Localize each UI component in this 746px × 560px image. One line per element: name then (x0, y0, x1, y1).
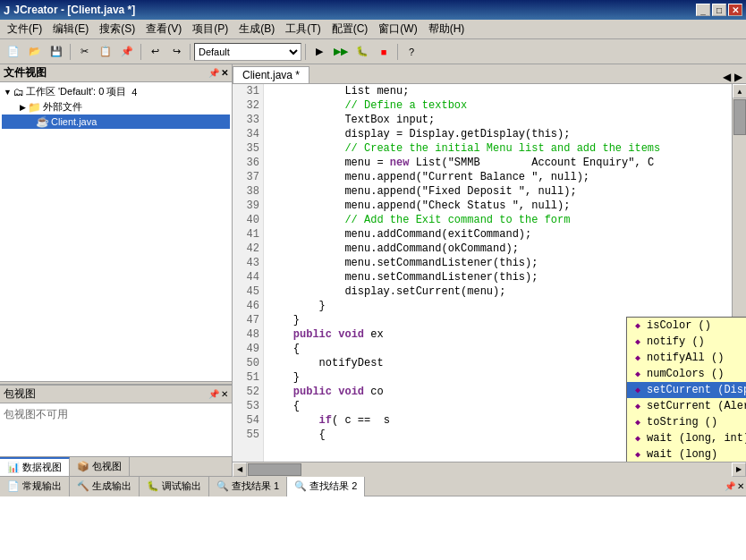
external-files-item[interactable]: ▶ 📁 外部文件 (2, 99, 230, 115)
hscroll-left-button[interactable]: ◀ (233, 462, 247, 477)
menu-help[interactable]: 帮助(H) (423, 20, 470, 38)
menu-configure[interactable]: 配置(C) (326, 20, 374, 38)
code-line[interactable]: menu.setCommandListener(this); (267, 256, 728, 270)
package-view-icon: 📦 (77, 461, 89, 472)
code-line[interactable]: // Define a textbox (267, 98, 728, 113)
external-files-label: 外部文件 (43, 100, 82, 114)
code-line[interactable]: menu.addCommand(exitCommand); (267, 227, 728, 242)
client-java-item[interactable]: ☕ Client.java (2, 115, 230, 129)
general-output-label: 常规输出 (22, 479, 62, 493)
hscroll-right-button[interactable]: ▶ (732, 462, 746, 477)
scroll-thumb[interactable] (733, 99, 746, 135)
file-panel-header: 文件视图 📌 ✕ (0, 64, 232, 82)
autocomplete-item[interactable]: ◆ toString () String (627, 414, 746, 430)
menu-build[interactable]: 生成(B) (233, 20, 280, 38)
menu-edit[interactable]: 编辑(E) (47, 20, 94, 38)
tab-package-view[interactable]: 📦 包视图 (70, 457, 130, 476)
package-panel-header: 包视图 📌 ✕ (0, 386, 232, 403)
autocomplete-item[interactable]: ◆ notifyAll () void (627, 350, 746, 366)
autocomplete-item[interactable]: ◆ wait (long) void (627, 446, 746, 462)
tab-general-output[interactable]: 📄 常规输出 (0, 477, 70, 496)
tab-debug-output[interactable]: 🐛 调试输出 (140, 477, 209, 496)
autocomplete-item[interactable]: ◆ setCurrent (Displayable) void (627, 382, 746, 398)
line-number: 35 (233, 141, 263, 156)
copy-button[interactable]: 📋 (96, 42, 115, 62)
save-button[interactable]: 💾 (47, 42, 66, 62)
menu-file[interactable]: 文件(F) (2, 20, 47, 38)
pkg-close-icon[interactable]: ✕ (221, 389, 228, 399)
bottom-panel-close-icon[interactable]: ✕ (737, 481, 744, 491)
tab-prev-icon[interactable]: ◀ (723, 71, 731, 83)
tab-find-results-2[interactable]: 🔍 查找结果 2 (287, 477, 365, 496)
code-editor[interactable]: 3132333435363738394041424344454647484950… (233, 84, 746, 462)
line-number: 55 (233, 428, 263, 442)
code-line[interactable]: menu.setCommandListener(this); (267, 270, 728, 284)
pkg-lock-icon[interactable]: 📌 (208, 389, 219, 399)
menu-tools[interactable]: 工具(T) (280, 20, 326, 38)
code-line[interactable]: // Add the Exit command to the form (267, 213, 728, 227)
close-button[interactable]: ✕ (728, 4, 742, 16)
line-number: 40 (233, 213, 263, 227)
titlebar-controls[interactable]: _ □ ✕ (696, 4, 742, 16)
minimize-button[interactable]: _ (696, 4, 710, 16)
bottom-panel-lock-icon[interactable]: 📌 (725, 481, 735, 491)
code-line[interactable]: menu.append("Fixed Deposit ", null); (267, 184, 728, 199)
build-output-label: 生成输出 (92, 479, 131, 493)
tab-client-java[interactable]: Client.java * (233, 66, 309, 83)
main-layout: 文件视图 📌 ✕ ▼ 🗂 工作区 'Default': 0 项目 4 ▶ 📁 外… (0, 64, 746, 476)
code-line[interactable]: display.setCurrent(menu); (267, 284, 728, 299)
restore-button[interactable]: □ (712, 4, 726, 16)
paste-button[interactable]: 📌 (117, 42, 137, 62)
titlebar-title: JCreator - [Client.java *] (13, 4, 135, 16)
autocomplete-popup[interactable]: ◆ isColor () boolean ◆ notify () void ◆ … (626, 317, 746, 462)
build-button[interactable]: ▶ (309, 42, 329, 62)
titlebar-left: J JCreator - [Client.java *] (4, 4, 135, 17)
autocomplete-item[interactable]: ◆ setCurrent (Alert, Displayable) void (627, 398, 746, 414)
panel-close-icon[interactable]: ✕ (221, 68, 228, 78)
workspace-item[interactable]: ▼ 🗂 工作区 'Default': 0 项目 4 (2, 84, 230, 99)
line-number: 34 (233, 127, 263, 141)
stop-button[interactable]: ■ (374, 42, 394, 62)
menu-search[interactable]: 搜索(S) (94, 20, 140, 38)
code-line[interactable]: // Create the initial Menu list and add … (267, 141, 728, 156)
autocomplete-item[interactable]: ◆ wait (long, int) void (627, 430, 746, 446)
code-line[interactable]: } (267, 299, 728, 313)
autocomplete-item[interactable]: ◆ numColors () int (627, 366, 746, 382)
new-button[interactable]: 📄 (4, 42, 23, 62)
code-line[interactable]: menu.append("Current Balance ", null); (267, 170, 728, 184)
build-config-select[interactable]: Default (194, 43, 301, 61)
code-line[interactable]: TextBox input; (267, 113, 728, 127)
tab-find-results-1[interactable]: 🔍 查找结果 1 (209, 477, 287, 496)
code-line[interactable]: List menu; (267, 84, 728, 98)
open-button[interactable]: 📂 (25, 42, 45, 62)
tab-next-icon[interactable]: ▶ (734, 71, 742, 83)
code-line[interactable]: display = Display.getDisplay(this); (267, 127, 728, 141)
line-number: 50 (233, 356, 263, 370)
ac-item-name: setCurrent (Alert, Displayable) (647, 400, 746, 412)
line-number: 48 (233, 327, 263, 342)
client-java-label: Client.java (51, 116, 97, 127)
panel-lock-icon[interactable]: 📌 (208, 68, 219, 78)
code-line[interactable]: menu = new List("SMMB Account Enquiry", … (267, 156, 728, 170)
hscroll-thumb[interactable] (248, 463, 301, 476)
tab-data-view[interactable]: 📊 数据视图 (0, 457, 70, 476)
autocomplete-item[interactable]: ◆ notify () void (627, 334, 746, 350)
menu-window[interactable]: 窗口(W) (373, 20, 422, 38)
scroll-up-button[interactable]: ▲ (733, 84, 746, 98)
tab-build-output[interactable]: 🔨 生成输出 (70, 477, 140, 496)
code-line[interactable]: menu.addCommand(okCommand); (267, 242, 728, 256)
code-line[interactable]: menu.append("Check Status ", null); (267, 199, 728, 213)
cut-button[interactable]: ✂ (74, 42, 94, 62)
sep1 (70, 44, 71, 60)
debug-button[interactable]: 🐛 (352, 42, 372, 62)
horizontal-scrollbar[interactable]: ◀ ▶ (233, 462, 746, 476)
menubar: 文件(F) 编辑(E) 搜索(S) 查看(V) 项目(P) 生成(B) 工具(T… (0, 20, 746, 39)
redo-button[interactable]: ↪ (166, 42, 186, 62)
autocomplete-item[interactable]: ◆ isColor () boolean (627, 318, 746, 334)
menu-view[interactable]: 查看(V) (140, 20, 187, 38)
run-button[interactable]: ▶▶ (331, 42, 351, 62)
hscroll-track[interactable] (247, 462, 732, 477)
undo-button[interactable]: ↩ (145, 42, 165, 62)
help-button[interactable]: ? (402, 42, 421, 62)
menu-project[interactable]: 项目(P) (187, 20, 233, 38)
